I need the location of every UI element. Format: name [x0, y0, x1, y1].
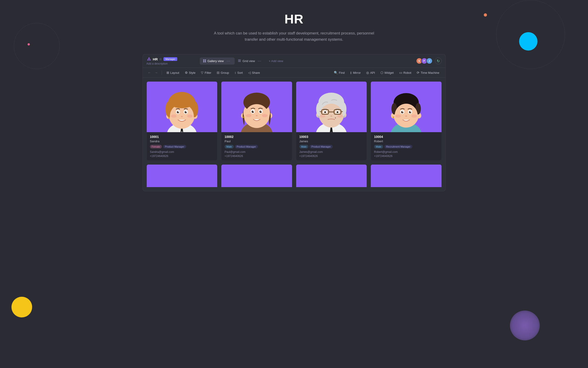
add-description[interactable]: Add a description — [147, 62, 177, 65]
avatar-group: S P J — [416, 58, 433, 64]
gallery-grid-bottom — [143, 164, 445, 191]
card-body-10004: 10004 Robert Male Recruitment Manager Ro… — [371, 132, 441, 160]
gallery-tab-more[interactable]: ⋯ — [225, 59, 231, 63]
svg-point-44 — [252, 110, 254, 113]
api-button[interactable]: ◎ API — [364, 70, 377, 76]
time-machine-label: Time Machine — [421, 71, 439, 74]
card-phone-10003: +19724640626 — [299, 155, 364, 158]
svg-rect-3 — [205, 60, 206, 61]
card-body-10002: 10002 Paul Male Product Manager Paul@gma… — [221, 132, 292, 160]
role-tag-10003: Product Manager — [309, 145, 333, 148]
svg-point-84 — [393, 117, 394, 118]
style-button[interactable]: ⚙ Style — [183, 70, 198, 76]
avatar-svg-paul — [227, 82, 287, 132]
refresh-button[interactable]: ↻ — [435, 57, 442, 64]
card-partial-1[interactable] — [147, 164, 218, 187]
filter-button[interactable]: ▽ Filter — [199, 70, 213, 76]
svg-rect-7 — [238, 60, 241, 61]
share-button[interactable]: ◁ Share — [246, 70, 262, 76]
nav-back-button[interactable]: ← — [147, 70, 152, 76]
gender-tag-10004: Male — [374, 145, 383, 148]
svg-rect-2 — [203, 60, 204, 61]
grid-tab-more[interactable]: ⋯ — [256, 59, 263, 63]
toolbar: ← → ⊞ Layout ⚙ Style ▽ Filter ⊟ Group ↕ … — [143, 68, 445, 78]
svg-point-50 — [256, 115, 258, 116]
widget-button[interactable]: ⬡ Widget — [378, 70, 396, 76]
gender-tag-10003: Male — [299, 145, 308, 148]
avatar-3: J — [426, 58, 433, 64]
card-phone-10001: +19724640626 — [150, 155, 214, 158]
svg-point-94 — [409, 111, 411, 113]
add-view-label: + Add view — [269, 59, 283, 63]
gallery-view-label: Gallery view — [208, 59, 224, 63]
top-bar-right: S P J ↻ — [416, 57, 442, 64]
card-tags-10001: Female Product Manager — [150, 145, 214, 148]
toolbar-right: 🔍 Find ⫿ Mirror ◎ API ⬡ Widget ▭ Robo — [332, 70, 442, 76]
card-id-10004: 10004 — [374, 135, 438, 138]
svg-point-95 — [402, 111, 403, 112]
role-tag-10004: Recruitment Manager — [384, 145, 412, 148]
app-title-area: HR ☆ Manager Add a description — [147, 56, 188, 65]
robot-button[interactable]: ▭ Robot — [397, 70, 414, 76]
mirror-button[interactable]: ⫿ Mirror — [348, 70, 363, 76]
svg-point-23 — [177, 111, 179, 113]
widget-label: Widget — [384, 71, 394, 74]
card-10004[interactable]: 10004 Robert Male Recruitment Manager Ro… — [371, 81, 442, 161]
card-10002[interactable]: 10002 Paul Male Product Manager Paul@gma… — [221, 81, 292, 161]
gallery-view-icon — [203, 59, 206, 63]
time-machine-icon: ⟳ — [417, 71, 420, 74]
layout-button[interactable]: ⊞ Layout — [164, 70, 182, 76]
card-email-10004: Robert@gmail.com — [374, 150, 438, 154]
sort-button[interactable]: ↕ Sort — [232, 70, 245, 76]
add-view-button[interactable]: + Add view — [266, 58, 286, 64]
card-partial-2[interactable] — [221, 164, 292, 187]
header-section: HR A tool which can be used to establish… — [0, 0, 588, 49]
robot-label: Robot — [404, 71, 412, 74]
robot-icon: ▭ — [399, 71, 402, 74]
card-name-10002: Paul — [225, 139, 289, 143]
deco-circle-yellow — [11, 297, 32, 317]
app-container: HR ☆ Manager Add a description Gallery — [143, 54, 446, 191]
svg-point-51 — [243, 117, 245, 118]
share-label: Share — [252, 71, 260, 74]
card-phone-10002: +19724640626 — [225, 155, 289, 158]
gender-tag-10002: Male — [225, 145, 234, 148]
time-machine-button[interactable]: ⟳ Time Machine — [414, 70, 441, 76]
card-id-10001: 10001 — [150, 135, 214, 138]
card-id-10002: 10002 — [225, 135, 289, 138]
card-name-10003: James — [299, 139, 364, 143]
toolbar-divider-1 — [162, 70, 162, 75]
group-icon: ⊟ — [217, 71, 219, 74]
filter-label: Filter — [205, 71, 211, 74]
group-button[interactable]: ⊟ Group — [214, 70, 231, 76]
card-tags-10004: Male Recruitment Manager — [374, 145, 438, 148]
find-button[interactable]: 🔍 Find — [332, 70, 347, 76]
svg-rect-87 — [395, 101, 418, 104]
svg-point-74 — [320, 114, 325, 118]
card-image-10003 — [296, 82, 367, 132]
find-label: Find — [339, 71, 345, 74]
star-icon[interactable]: ☆ — [159, 57, 162, 61]
svg-point-93 — [401, 111, 404, 113]
find-icon: 🔍 — [334, 71, 338, 74]
role-tag-10001: Product Manager — [163, 145, 186, 148]
widget-icon: ⬡ — [380, 71, 383, 74]
card-tags-10002: Male Product Manager — [225, 145, 289, 148]
card-partial-4[interactable] — [371, 164, 442, 187]
svg-rect-4 — [203, 61, 204, 62]
tab-gallery-view[interactable]: Gallery view ⋯ — [200, 57, 235, 64]
group-label: Group — [221, 71, 229, 74]
app-icon — [147, 56, 151, 62]
tab-grid-view[interactable]: Grid view ⋯ — [235, 57, 266, 64]
svg-rect-8 — [238, 61, 241, 62]
card-10001[interactable]: 10001 Sandra Female Product Manager Sand… — [147, 81, 218, 161]
sort-icon: ↕ — [234, 71, 236, 74]
layout-label: Layout — [170, 71, 179, 74]
svg-point-48 — [246, 114, 251, 117]
card-partial-3[interactable] — [296, 164, 367, 187]
card-10003[interactable]: 10003 James Male Product Manager James@g… — [296, 81, 367, 161]
svg-point-45 — [259, 110, 262, 113]
layout-icon: ⊞ — [167, 71, 169, 74]
nav-forward-button[interactable]: → — [153, 70, 159, 76]
avatar-svg-james — [301, 82, 361, 132]
